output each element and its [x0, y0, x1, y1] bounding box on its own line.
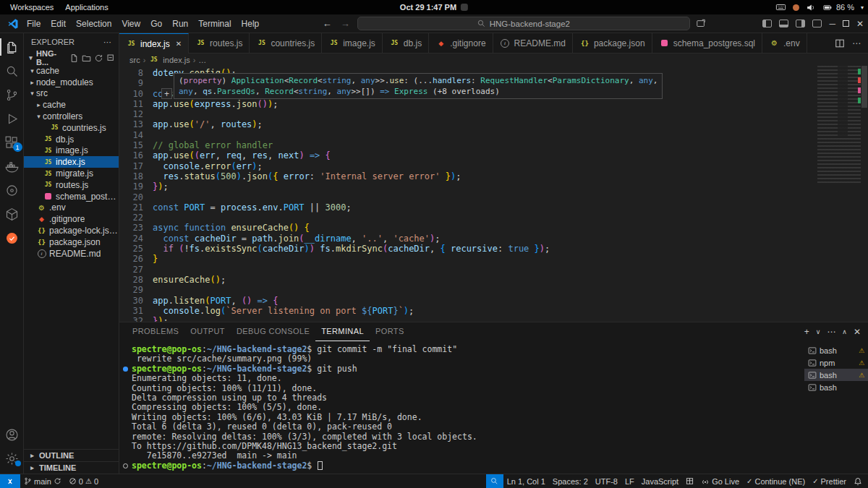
new-window-icon[interactable]: [696, 19, 706, 29]
panel-tab-debug-console[interactable]: DEBUG CONSOLE: [231, 322, 315, 341]
branch-item[interactable]: main: [20, 474, 65, 488]
timeline-section[interactable]: ▸TIMELINE: [24, 461, 119, 474]
menu-file[interactable]: File: [22, 17, 46, 30]
tree-item-countries.js[interactable]: JScountries.js: [24, 122, 119, 134]
menu-go[interactable]: Go: [145, 17, 167, 30]
close-panel-icon[interactable]: ✕: [854, 327, 861, 337]
prettier-button[interactable]: ✓Prettier: [809, 474, 850, 488]
toggle-panel-icon[interactable]: [779, 20, 788, 27]
command-decoration-icon[interactable]: [123, 463, 128, 468]
layout-grid-item[interactable]: [682, 474, 697, 488]
new-file-icon[interactable]: [69, 53, 79, 63]
menu-run[interactable]: Run: [167, 17, 193, 30]
eol[interactable]: LF: [621, 474, 638, 488]
tab-index.js[interactable]: JSindex.js✕: [119, 33, 189, 53]
tree-item-.gitignore[interactable]: ◆.gitignore: [24, 213, 119, 225]
terminal-session-bash-3[interactable]: bash: [804, 381, 868, 393]
tree-item-index.js[interactable]: JSindex.js: [24, 156, 119, 168]
tree-item-routes.js[interactable]: JSroutes.js: [24, 179, 119, 191]
keyboard-icon[interactable]: [775, 2, 786, 12]
command-decoration-icon[interactable]: [123, 367, 128, 372]
tree-item-package.json[interactable]: {}package.json: [24, 236, 119, 248]
panel-tab-problems[interactable]: PROBLEMS: [127, 322, 184, 341]
close-window-button[interactable]: ✕: [856, 19, 864, 29]
activity-source-control-button[interactable]: [0, 84, 24, 106]
tree-item-.env[interactable]: ⚙.env: [24, 202, 119, 214]
terminal-session-bash-0[interactable]: bash⚠: [804, 344, 868, 356]
minimap[interactable]: [817, 66, 861, 185]
panel-more-actions-icon[interactable]: ⋯: [827, 327, 835, 337]
explorer-more-actions-icon[interactable]: ⋯: [103, 38, 111, 47]
notifications-button[interactable]: [850, 474, 868, 488]
panel-tab-output[interactable]: OUTPUT: [184, 322, 231, 341]
editor-more-actions-icon[interactable]: ⋯: [852, 38, 861, 48]
applications-button[interactable]: Applications: [59, 3, 114, 12]
remote-indicator[interactable]: [0, 474, 20, 488]
tab-routes.js[interactable]: JSroutes.js: [189, 33, 250, 53]
tree-item-cache[interactable]: ▾cache: [24, 65, 119, 77]
editor-scrollbar[interactable]: [861, 66, 868, 322]
collapse-all-icon[interactable]: [106, 53, 116, 63]
activity-search-button[interactable]: [0, 60, 24, 82]
manage-button[interactable]: [0, 448, 24, 469]
panel-tab-ports[interactable]: PORTS: [370, 322, 410, 341]
maximize-panel-icon[interactable]: ∧: [842, 328, 847, 335]
toggle-sidebar-icon[interactable]: [762, 20, 772, 27]
activity-remote-explorer-button[interactable]: [0, 179, 24, 201]
back-arrow-icon[interactable]: ←: [321, 18, 333, 29]
menu-help[interactable]: Help: [237, 17, 265, 30]
tree-item-package-lock.json[interactable]: {}package-lock.json: [24, 225, 119, 236]
terminal-session-npm-1[interactable]: npm⚠: [804, 356, 868, 369]
activity-run-debug-button[interactable]: [0, 108, 24, 129]
split-editor-icon[interactable]: [835, 38, 845, 48]
tab-README.md[interactable]: README.md: [493, 33, 573, 53]
breadcrumb-item[interactable]: …: [198, 56, 206, 64]
activity-extensions-button[interactable]: 1: [0, 132, 24, 153]
continue-button[interactable]: ✓Continue (NE): [743, 474, 809, 488]
code-editor[interactable]: 8dotenv.config();910const app = express(…: [119, 66, 868, 322]
terminal-dropdown-chevron-icon[interactable]: ∨: [816, 328, 821, 335]
tree-item-schema_postgres.sql[interactable]: schema_postgres.sql: [24, 191, 119, 202]
maximize-button[interactable]: [843, 20, 849, 27]
new-folder-icon[interactable]: [82, 53, 91, 63]
command-center-search[interactable]: HNG-backend-stage2: [357, 17, 690, 30]
tab-.gitignore[interactable]: ◆.gitignore: [429, 33, 493, 53]
panel-tab-terminal[interactable]: TERMINAL: [315, 322, 370, 341]
tree-item-image.js[interactable]: JSimage.js: [24, 145, 119, 157]
encoding[interactable]: UTF-8: [592, 474, 621, 488]
tree-item-README.md[interactable]: README.md: [24, 248, 119, 260]
tree-item-migrate.js[interactable]: JSmigrate.js: [24, 168, 119, 179]
tab-schema_postgres.sql[interactable]: schema_postgres.sql: [652, 33, 762, 53]
menu-edit[interactable]: Edit: [46, 17, 71, 30]
go-live-button[interactable]: Go Live: [697, 474, 743, 488]
cursor-position[interactable]: Ln 1, Col 1: [503, 474, 549, 488]
tab-image.js[interactable]: JSimage.js: [322, 33, 383, 53]
tab-countries.js[interactable]: JScountries.js: [250, 33, 322, 53]
activity-explorer-button[interactable]: [0, 36, 24, 58]
accounts-button[interactable]: [0, 424, 24, 445]
new-terminal-icon[interactable]: +: [804, 327, 809, 337]
volume-icon[interactable]: [806, 3, 816, 12]
customize-layout-icon[interactable]: [812, 20, 822, 27]
breadcrumb-item[interactable]: src: [129, 56, 140, 64]
tree-item-cache[interactable]: ▸cache: [24, 99, 119, 111]
breadcrumb-item[interactable]: JSindex.js: [148, 55, 190, 64]
menu-view[interactable]: View: [116, 17, 145, 30]
toggle-secondary-sidebar-icon[interactable]: [796, 20, 805, 27]
forward-arrow-icon[interactable]: →: [339, 18, 352, 29]
activity-postman-button[interactable]: [0, 227, 24, 249]
close-icon[interactable]: ✕: [176, 40, 182, 48]
workspaces-button[interactable]: Workspaces: [4, 3, 59, 12]
terminal-output[interactable]: spectre@pop-os:~/HNG-backend-stage2$ git…: [119, 341, 804, 474]
tree-item-controllers[interactable]: ▾controllers: [24, 111, 119, 122]
outline-section[interactable]: ▸OUTLINE: [24, 449, 119, 461]
problems-item[interactable]: 0 ⚠ 0: [65, 474, 102, 488]
language-mode[interactable]: JavaScript: [638, 474, 682, 488]
menu-selection[interactable]: Selection: [71, 17, 116, 30]
tab-package.json[interactable]: {}package.json: [573, 33, 652, 53]
tree-item-src[interactable]: ▾src: [24, 88, 119, 100]
tab-db.js[interactable]: JSdb.js: [383, 33, 429, 53]
tree-item-node_modules[interactable]: ▸node_modules: [24, 77, 119, 88]
indentation[interactable]: Spaces: 2: [549, 474, 592, 488]
clock-button[interactable]: Oct 29 1:47 PM: [400, 3, 468, 12]
